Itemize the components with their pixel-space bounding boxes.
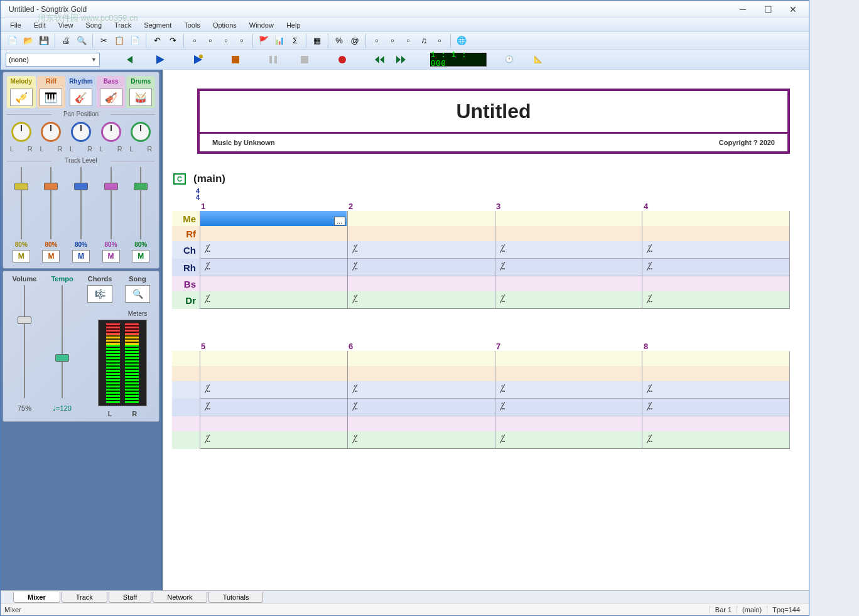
mute-button-drums[interactable]: M [132, 250, 149, 262]
level-fader-rhythm[interactable] [70, 167, 92, 239]
view3-icon[interactable]: ▫ [401, 34, 415, 48]
percent-icon[interactable]: % [332, 34, 346, 48]
forward-button[interactable] [392, 52, 410, 67]
bar-cell[interactable] [495, 366, 643, 381]
bar-cell[interactable]: ⁒. [200, 431, 348, 449]
bar-cell[interactable]: ⁒. [348, 431, 495, 449]
bar-cell[interactable] [200, 351, 348, 366]
record-button[interactable] [333, 52, 351, 67]
volume-fader[interactable] [12, 285, 37, 398]
song-by[interactable]: Music by Unknown [212, 139, 275, 146]
clock-icon[interactable]: 🕐 [500, 52, 518, 67]
mute-button-riff[interactable]: M [42, 250, 60, 262]
tab-mixer[interactable]: Mixer [13, 592, 60, 603]
mute-button-bass[interactable]: M [102, 250, 120, 262]
tab-track[interactable]: Track [62, 592, 107, 603]
sum-icon[interactable]: Σ [288, 34, 302, 48]
stop2-button[interactable] [296, 52, 313, 67]
instrument-button-bass[interactable]: 🎻 [100, 89, 122, 106]
bar-cell[interactable]: ⁒. [200, 381, 348, 399]
preset-combo[interactable]: (none) ▼ [6, 53, 100, 67]
instrument-button-drums[interactable]: 🥁 [129, 89, 152, 106]
pan-knob-drums[interactable] [131, 122, 151, 142]
bar-cell[interactable]: ⁒. [642, 431, 790, 449]
instrument-button-riff[interactable]: 🎹 [40, 89, 62, 106]
paste-icon[interactable]: 📄 [128, 34, 142, 48]
bar-cell[interactable]: ⁒. [348, 399, 495, 416]
bar-cell[interactable]: ⁒. [200, 241, 348, 259]
instrument-button-melody[interactable]: 🎺 [10, 89, 33, 106]
level-fader-melody[interactable] [10, 167, 33, 239]
bar-cell[interactable]: ⁒. [495, 381, 643, 399]
bar-cell[interactable] [495, 226, 643, 241]
level-fader-drums[interactable] [129, 167, 152, 239]
tool-b-icon[interactable]: ▫ [203, 34, 217, 48]
view1-icon[interactable]: ▫ [370, 34, 384, 48]
bar-cell[interactable] [348, 226, 495, 241]
pause-button[interactable] [264, 52, 282, 67]
bar-cell[interactable]: ⁒. [642, 381, 790, 399]
flag-icon[interactable]: 🚩 [257, 34, 271, 48]
bar-cell[interactable]: ⁒. [200, 259, 348, 276]
bar-cell[interactable]: ⁒. [495, 399, 643, 416]
bar-cell[interactable] [642, 351, 790, 366]
bar-cell[interactable] [200, 366, 348, 381]
menu-options[interactable]: Options [207, 19, 243, 31]
bar-cell[interactable]: ⁒. [495, 259, 643, 276]
bar-cell[interactable]: ⁒. [348, 241, 495, 259]
bar-cell[interactable] [348, 351, 495, 366]
bar-cell[interactable] [348, 416, 495, 431]
undo-icon[interactable]: ↶ [150, 34, 164, 48]
view2-icon[interactable]: ▫ [386, 34, 399, 48]
stop-button[interactable] [227, 52, 244, 67]
menu-track[interactable]: Track [108, 19, 138, 31]
tab-tutorials[interactable]: Tutorials [208, 592, 264, 603]
song-title[interactable]: Untitled [200, 91, 787, 134]
new-icon[interactable]: 📄 [6, 34, 19, 48]
mute-button-rhythm[interactable]: M [72, 250, 90, 262]
bar-cell[interactable]: ⁒. [642, 291, 790, 309]
tempo-fader[interactable] [50, 285, 75, 398]
menu-window[interactable]: Window [243, 19, 280, 31]
minimize-button[interactable]: ─ [730, 3, 755, 16]
song-button[interactable]: 🔍 [125, 285, 150, 303]
menu-song[interactable]: Song [79, 19, 108, 31]
bar-cell[interactable] [495, 211, 643, 226]
level-fader-bass[interactable] [100, 167, 122, 239]
bar-cell[interactable] [348, 366, 495, 381]
skip-back-button[interactable] [120, 52, 138, 67]
bar-cell[interactable] [642, 366, 790, 381]
menu-tools[interactable]: Tools [178, 19, 207, 31]
bar-cell[interactable]: ⁒. [495, 431, 643, 449]
bar-cell[interactable]: ⁒. [642, 399, 790, 416]
bar-cell[interactable] [495, 416, 643, 431]
bar-cell[interactable] [348, 276, 495, 291]
bar-cell[interactable]: ⁒. [348, 381, 495, 399]
bar-cell[interactable] [200, 226, 348, 241]
selected-segment[interactable]: ... [200, 211, 347, 226]
copy-icon[interactable]: 📋 [112, 34, 126, 48]
mute-button-melody[interactable]: M [13, 250, 30, 262]
tool-a-icon[interactable]: ▫ [188, 34, 202, 48]
workspace[interactable]: Untitled Music by Unknown Copyright ? 20… [163, 70, 809, 590]
notes-icon[interactable]: ♫ [417, 34, 431, 48]
bar-cell[interactable]: ⁒. [348, 259, 495, 276]
bar-cell[interactable] [642, 211, 790, 226]
save-icon[interactable]: 💾 [37, 34, 51, 48]
pan-knob-bass[interactable] [101, 122, 121, 142]
menu-help[interactable]: Help [280, 19, 307, 31]
rewind-button[interactable] [371, 52, 389, 67]
close-button[interactable]: ✕ [781, 3, 806, 16]
play-button[interactable] [151, 52, 169, 67]
menu-edit[interactable]: Edit [28, 19, 52, 31]
bar-cell[interactable] [642, 276, 790, 291]
preview-icon[interactable]: 🔍 [75, 34, 89, 48]
redo-icon[interactable]: ↷ [166, 34, 180, 48]
pan-knob-riff[interactable] [41, 122, 61, 142]
bar-cell[interactable] [642, 416, 790, 431]
bar-cell[interactable] [642, 226, 790, 241]
globe-icon[interactable]: 🌐 [455, 34, 468, 48]
bar-cell[interactable]: ... [200, 211, 348, 226]
view4-icon[interactable]: ▫ [433, 34, 446, 48]
chords-button[interactable]: 🎼 [87, 285, 112, 303]
